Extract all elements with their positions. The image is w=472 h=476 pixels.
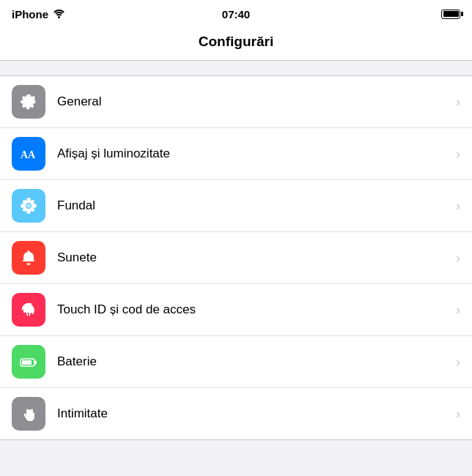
- svg-text:AA: AA: [21, 149, 36, 160]
- svg-rect-14: [22, 360, 32, 365]
- display-label: Afișaj și luminozitate: [57, 146, 450, 161]
- settings-item-touchid[interactable]: Touch ID și cod de acces ›: [0, 284, 472, 336]
- display-chevron: ›: [456, 146, 460, 162]
- fingerprint-icon: [18, 300, 39, 320]
- wallpaper-label: Fundal: [57, 198, 450, 213]
- status-right: [441, 10, 460, 19]
- sounds-chevron: ›: [456, 250, 460, 266]
- privacy-chevron: ›: [456, 406, 460, 422]
- settings-item-wallpaper[interactable]: Fundal ›: [0, 180, 472, 232]
- sounds-label: Sunete: [57, 250, 450, 265]
- sounds-icon-wrapper: [12, 241, 45, 275]
- battery-icon: [18, 352, 39, 372]
- battery-fill: [443, 11, 459, 17]
- settings-item-general[interactable]: General ›: [0, 76, 472, 128]
- settings-item-sounds[interactable]: Sunete ›: [0, 232, 472, 284]
- privacy-icon-wrapper: [12, 397, 45, 431]
- bell-icon: [18, 248, 39, 268]
- display-icon-wrapper: AA: [12, 137, 45, 171]
- battery-label: Baterie: [57, 354, 450, 369]
- wifi-icon: [53, 8, 65, 21]
- settings-item-privacy[interactable]: Intimitate ›: [0, 388, 472, 439]
- status-left: iPhone: [12, 8, 65, 21]
- wallpaper-icon-wrapper: [12, 189, 45, 223]
- privacy-label: Intimitate: [57, 406, 450, 421]
- wallpaper-chevron: ›: [456, 198, 460, 214]
- general-chevron: ›: [456, 94, 460, 110]
- general-label: General: [57, 94, 450, 109]
- battery-icon-wrapper: [12, 345, 45, 379]
- flower-icon: [18, 196, 39, 216]
- aa-icon: AA: [18, 144, 39, 164]
- hand-icon: [18, 404, 39, 424]
- battery-chevron: ›: [456, 354, 460, 370]
- battery-status-icon: [441, 10, 460, 19]
- gear-icon: [18, 92, 39, 112]
- svg-point-0: [58, 16, 60, 18]
- general-icon-wrapper: [12, 85, 45, 119]
- svg-point-12: [26, 204, 31, 208]
- nav-bar: Configurări: [0, 26, 472, 61]
- settings-item-battery[interactable]: Baterie ›: [0, 336, 472, 388]
- status-bar: iPhone 07:40: [0, 0, 472, 26]
- touchid-label: Touch ID și cod de acces: [57, 302, 450, 317]
- device-name: iPhone: [12, 8, 48, 21]
- settings-list: General › AA Afișaj și luminozitate ›: [0, 75, 472, 440]
- touchid-icon-wrapper: [12, 293, 45, 327]
- touchid-chevron: ›: [456, 302, 460, 318]
- settings-item-display[interactable]: AA Afișaj și luminozitate ›: [0, 128, 472, 180]
- status-time: 07:40: [222, 8, 250, 21]
- svg-rect-15: [34, 361, 37, 365]
- page-title: Configurări: [199, 34, 273, 49]
